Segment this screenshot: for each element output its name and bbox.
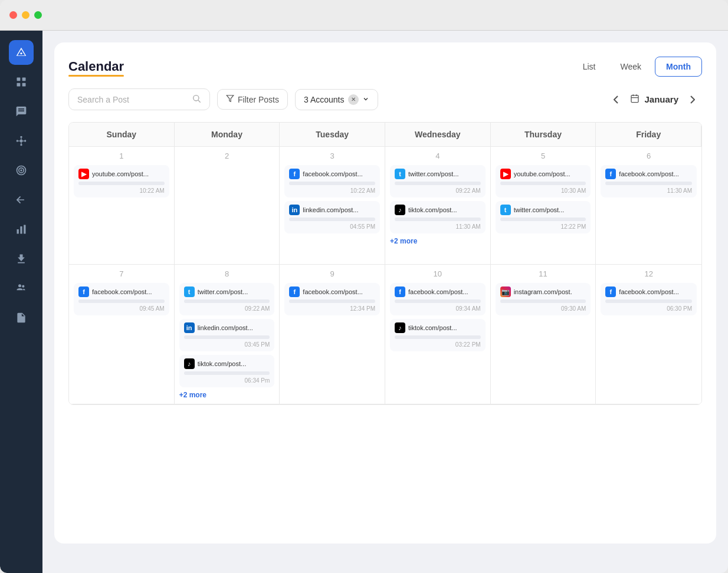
filter-posts-button[interactable]: Filter Posts xyxy=(217,89,288,110)
post-card[interactable]: f facebook.com/post... 11:30 AM xyxy=(601,165,697,197)
prev-month-button[interactable] xyxy=(606,90,625,109)
app-window: Calendar List Week Month Search a Post xyxy=(0,0,728,573)
view-switcher: List Week Month xyxy=(572,57,702,77)
post-card[interactable]: f facebook.com/post... 12:34 PM xyxy=(284,283,380,315)
sidebar-item-reports[interactable] xyxy=(9,305,34,330)
svg-rect-27 xyxy=(631,95,638,103)
post-time: 09:22 AM xyxy=(395,187,481,194)
post-card[interactable]: t twitter.com/post... 12:22 PM xyxy=(496,201,591,233)
youtube-icon: ▶ xyxy=(78,169,89,179)
sidebar-item-network[interactable] xyxy=(9,129,34,153)
sidebar-item-target[interactable] xyxy=(9,158,34,183)
post-time: 06:34 Pm xyxy=(184,377,270,384)
post-time: 09:30 AM xyxy=(500,305,586,312)
post-preview-line xyxy=(500,182,586,185)
week-view-button[interactable]: Week xyxy=(609,57,652,77)
day-number: 4 xyxy=(390,152,486,160)
next-month-button[interactable] xyxy=(683,90,702,109)
svg-point-20 xyxy=(18,284,21,287)
sidebar-item-download[interactable] xyxy=(9,246,34,271)
month-display: January xyxy=(630,94,678,105)
facebook-icon: f xyxy=(289,286,300,297)
list-view-button[interactable]: List xyxy=(572,57,607,77)
sidebar-item-team[interactable] xyxy=(9,276,34,301)
svg-rect-2 xyxy=(22,78,26,81)
filter-label: Filter Posts xyxy=(238,95,279,104)
search-placeholder-text: Search a Post xyxy=(77,95,129,104)
post-preview-line xyxy=(289,182,375,185)
month-navigator: January xyxy=(606,90,702,109)
calendar-icon xyxy=(630,94,640,105)
post-card[interactable]: f facebook.com/post... 10:22 AM xyxy=(284,165,380,197)
post-card[interactable]: in linkedin.com/post... 04:55 PM xyxy=(284,201,380,233)
post-card[interactable]: t twitter.com/post... 09:22 AM xyxy=(390,165,486,197)
svg-rect-3 xyxy=(17,83,21,87)
tiktok-icon: ♪ xyxy=(395,322,405,333)
post-url: facebook.com/post... xyxy=(408,288,468,295)
post-preview-line xyxy=(605,182,692,185)
post-card[interactable]: ♪ tiktok.com/post... 11:30 AM xyxy=(390,201,486,233)
day-header-monday: Monday xyxy=(175,123,280,147)
post-preview-line xyxy=(78,182,165,185)
post-url: facebook.com/post... xyxy=(303,170,363,177)
day-number: 3 xyxy=(284,152,380,160)
tiktok-icon: ♪ xyxy=(184,358,195,369)
close-button[interactable] xyxy=(9,11,17,19)
facebook-icon: f xyxy=(605,286,616,297)
twitter-icon: t xyxy=(184,286,195,297)
post-time: 03:22 PM xyxy=(395,341,481,348)
post-time: 03:45 PM xyxy=(184,341,270,348)
post-card[interactable]: ♪ tiktok.com/post... 03:22 PM xyxy=(390,319,486,351)
post-card[interactable]: 📷 instagram.com/post. 09:30 AM xyxy=(496,283,591,315)
day-header-thursday: Thursday xyxy=(491,123,596,147)
day-number: 8 xyxy=(179,269,275,278)
post-url: tiktok.com/post... xyxy=(408,324,457,331)
day-number: 6 xyxy=(601,152,697,160)
post-url: tiktok.com/post... xyxy=(408,206,457,213)
post-time: 04:55 PM xyxy=(289,223,375,230)
main-content: Calendar List Week Month Search a Post xyxy=(42,31,728,573)
day-number: 11 xyxy=(496,269,591,278)
post-time: 12:22 PM xyxy=(500,223,586,230)
post-card[interactable]: ▶ youtube.com/post... 10:22 AM xyxy=(74,165,169,197)
post-preview-line xyxy=(289,218,375,221)
sidebar-item-navigation[interactable] xyxy=(9,40,34,65)
youtube-icon: ▶ xyxy=(500,169,511,179)
post-card[interactable]: f facebook.com/post... 09:34 AM xyxy=(390,283,486,315)
post-preview-line xyxy=(184,299,270,303)
maximize-button[interactable] xyxy=(34,11,42,19)
post-card[interactable]: t twitter.com/post... 09:22 AM xyxy=(179,283,275,315)
day-number: 1 xyxy=(74,152,169,160)
filter-icon xyxy=(226,94,234,104)
more-posts-link[interactable]: +2 more xyxy=(390,237,486,245)
accounts-clear-button[interactable]: ✕ xyxy=(348,94,359,105)
sidebar-item-dashboard[interactable] xyxy=(9,70,34,94)
sidebar-item-campaigns[interactable] xyxy=(9,187,34,212)
post-card[interactable]: f facebook.com/post... 06:30 PM xyxy=(601,283,697,315)
search-post-box[interactable]: Search a Post xyxy=(68,88,210,110)
post-url: instagram.com/post. xyxy=(514,288,572,295)
post-time: 06:30 PM xyxy=(605,305,692,312)
svg-point-5 xyxy=(20,140,23,143)
post-url: youtube.com/post... xyxy=(514,170,570,177)
day-number: 10 xyxy=(390,269,486,278)
post-time: 12:34 PM xyxy=(289,305,375,312)
sidebar-item-analytics[interactable] xyxy=(9,217,34,242)
post-card[interactable]: f facebook.com/post... 09:45 AM xyxy=(74,283,169,315)
post-preview-line xyxy=(184,371,270,375)
sidebar-item-posts[interactable] xyxy=(9,99,34,124)
post-preview-line xyxy=(395,299,481,303)
current-month-label: January xyxy=(644,94,678,104)
svg-point-0 xyxy=(20,52,22,54)
month-view-button[interactable]: Month xyxy=(655,57,702,77)
post-card[interactable]: ♪ tiktok.com/post... 06:34 Pm xyxy=(179,355,275,387)
post-time: 09:22 AM xyxy=(184,305,270,312)
svg-point-9 xyxy=(17,140,18,141)
post-url: youtube.com/post... xyxy=(92,170,149,177)
post-time: 11:30 AM xyxy=(605,187,692,194)
minimize-button[interactable] xyxy=(22,11,29,19)
more-posts-link[interactable]: +2 more xyxy=(179,391,275,399)
post-card[interactable]: ▶ youtube.com/post... 10:30 AM xyxy=(496,165,591,197)
accounts-selector[interactable]: 3 Accounts ✕ xyxy=(295,89,378,110)
post-card[interactable]: in linkedin.com/post... 03:45 PM xyxy=(179,319,275,351)
